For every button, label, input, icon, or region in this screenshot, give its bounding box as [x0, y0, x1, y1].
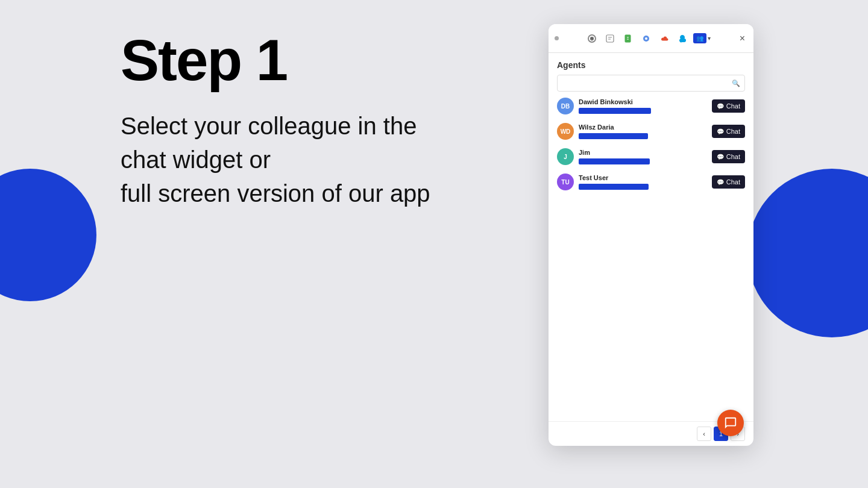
agent-status-bar [579, 184, 649, 190]
agent-chat-button[interactable]: 💬Chat [712, 150, 745, 163]
agent-avatar: DB [557, 98, 574, 114]
agent-status-bar [579, 158, 650, 164]
prev-page-button[interactable]: ‹ [697, 427, 711, 441]
left-content-area: Step 1 Select your colleague in the chat… [121, 30, 430, 210]
agents-search[interactable]: 🔍 [557, 75, 745, 92]
chat-icon: 💬 [717, 128, 724, 135]
svg-rect-4 [625, 35, 631, 42]
agent-item: WDWilsz Daria💬Chat [557, 123, 745, 140]
widget-body: Agents 🔍 DBDawid Binkowski💬ChatWDWilsz D… [549, 53, 753, 446]
chat-icon: 💬 [717, 103, 724, 110]
search-icon: 🔍 [732, 80, 740, 87]
chat-widget: 👥 ▾ × Agents 🔍 DBDawid Binkowski💬ChatWDW… [549, 24, 753, 446]
agents-header: Agents [549, 53, 753, 75]
agent-avatar: J [557, 148, 574, 165]
toolbar-dot [555, 36, 559, 40]
chat-button-label: Chat [726, 128, 740, 135]
description-line1: Select your colleague in the [121, 113, 417, 139]
agent-info: Jim [579, 149, 707, 164]
agent-avatar: TU [557, 174, 574, 190]
chat-icon: 💬 [717, 154, 724, 160]
agent-item: TUTest User💬Chat [557, 174, 745, 190]
agent-status-bar [579, 133, 648, 139]
chat-button-label: Chat [726, 178, 740, 186]
leathor-icon[interactable] [603, 31, 617, 46]
group-icon: 👥 [693, 33, 706, 43]
agent-chat-button[interactable]: 💬Chat [712, 175, 745, 189]
agent-info: Test User [579, 174, 707, 190]
description-line2: chat widget or [121, 146, 271, 173]
agent-info: Wilsz Daria [579, 124, 707, 139]
agent-name: Jim [579, 149, 707, 156]
agent-name: Dawid Binkowski [579, 98, 707, 105]
ring-icon[interactable] [639, 31, 653, 46]
chat-button-label: Chat [726, 153, 740, 160]
agent-name: Wilsz Daria [579, 124, 707, 131]
agent-chat-button[interactable]: 💬Chat [712, 99, 745, 113]
agent-item: JJim💬Chat [557, 148, 745, 165]
chevron-down-icon: ▾ [708, 35, 711, 42]
decorative-circle-left [0, 169, 96, 301]
agent-chat-button[interactable]: 💬Chat [712, 125, 745, 138]
agents-list: DBDawid Binkowski💬ChatWDWilsz Daria💬Chat… [549, 98, 753, 421]
step-title: Step 1 [121, 30, 430, 91]
chat-bubble-icon [724, 416, 737, 430]
toolbar-icons: 👥 ▾ [561, 31, 735, 46]
book-icon[interactable] [621, 31, 635, 46]
decorative-circle-right [747, 169, 868, 337]
agent-item: DBDawid Binkowski💬Chat [557, 98, 745, 114]
agent-info: Dawid Binkowski [579, 98, 707, 114]
chat-icon: 💬 [717, 179, 724, 186]
widget-toolbar: 👥 ▾ × [549, 24, 753, 53]
close-button[interactable]: × [737, 32, 747, 45]
svg-point-8 [645, 37, 647, 40]
salesforce-icon[interactable] [675, 31, 690, 46]
floating-chat-button[interactable] [717, 410, 744, 436]
cloud-icon[interactable] [657, 31, 671, 46]
search-input[interactable] [557, 75, 745, 92]
svg-rect-1 [606, 35, 614, 42]
step-description: Select your colleague in the chat widget… [121, 109, 430, 210]
agent-name: Test User [579, 174, 707, 181]
mention-icon[interactable] [585, 31, 599, 46]
chat-button-label: Chat [726, 102, 740, 110]
active-group-indicator[interactable]: 👥 ▾ [693, 33, 711, 43]
agent-avatar: WD [557, 123, 574, 140]
agent-status-bar [579, 108, 651, 114]
description-line3: full screen version of our app [121, 180, 430, 207]
